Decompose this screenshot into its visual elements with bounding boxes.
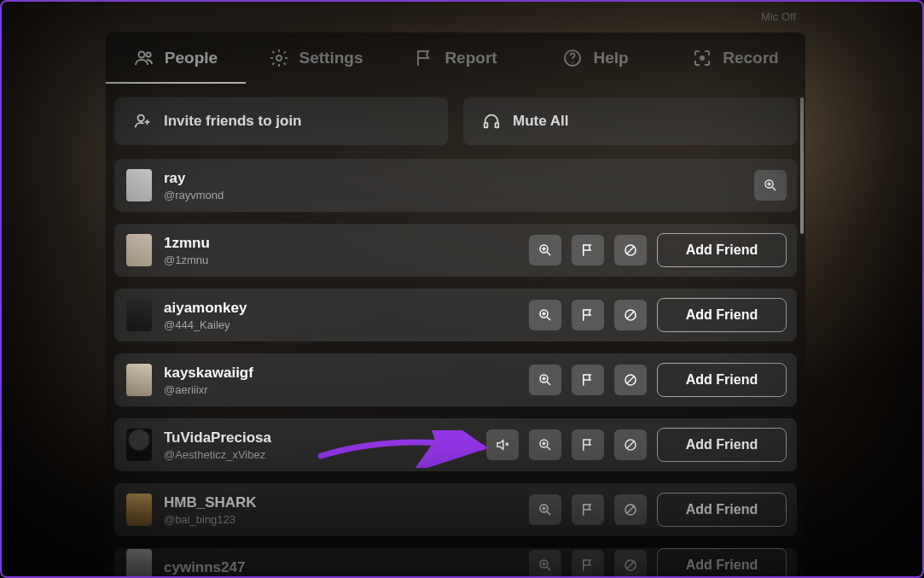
player-row: aiyamonkey @444_Kailey Add Friend — [114, 289, 797, 342]
flag-icon — [414, 48, 434, 68]
inspect-button[interactable] — [529, 429, 561, 460]
tab-help[interactable]: Help — [526, 32, 665, 84]
tab-people[interactable]: People — [106, 32, 246, 84]
block-button[interactable] — [614, 365, 647, 395]
svg-point-1 — [146, 52, 150, 56]
player-handle: @444_Kailey — [164, 318, 517, 331]
record-icon — [692, 48, 712, 68]
tab-label: Settings — [299, 49, 363, 67]
avatar — [126, 493, 152, 526]
people-icon — [134, 48, 154, 68]
player-display-name: TuVidaPreciosa — [164, 429, 474, 447]
player-display-name: 1zmnu — [164, 235, 517, 252]
player-handle: @1zmnu — [164, 254, 517, 266]
player-row-self: ray @rayvmond — [114, 159, 797, 212]
report-button[interactable] — [572, 550, 604, 578]
help-icon — [562, 48, 583, 68]
player-display-name: kayskawaiigf — [164, 365, 517, 382]
people-content: Invite friends to join Mute All ray @ray… — [106, 84, 805, 578]
add-friend-button[interactable]: Add Friend — [657, 298, 787, 332]
svg-point-0 — [138, 52, 144, 58]
add-friend-button[interactable]: Add Friend — [657, 493, 787, 527]
tab-record[interactable]: Record — [665, 32, 805, 84]
inspect-button[interactable] — [529, 365, 561, 395]
report-button[interactable] — [572, 429, 604, 460]
svg-point-4 — [572, 61, 574, 63]
add-friend-button[interactable]: Add Friend — [657, 428, 787, 462]
tab-settings[interactable]: Settings — [246, 32, 386, 84]
add-friend-button[interactable]: Add Friend — [657, 233, 787, 267]
report-button[interactable] — [572, 365, 604, 395]
player-row: 1zmnu @1zmnu Add Friend — [114, 224, 797, 277]
player-row: cywinns247 Add Friend — [114, 548, 797, 578]
invite-label: Invite friends to join — [164, 113, 302, 130]
mic-status: Mic Off — [761, 10, 796, 23]
player-display-name: ray — [164, 170, 742, 187]
avatar — [126, 364, 152, 396]
block-button[interactable] — [614, 550, 647, 578]
mute-all-label: Mute All — [513, 113, 568, 130]
inspect-button[interactable] — [529, 494, 561, 525]
tab-report[interactable]: Report — [386, 32, 526, 84]
player-handle: @Aestheticz_xVibez — [164, 448, 474, 461]
avatar — [126, 549, 152, 578]
player-display-name: cywinns247 — [164, 559, 517, 576]
player-handle: @aeriiixr — [164, 383, 517, 396]
inspect-button[interactable] — [529, 300, 561, 330]
inspect-button[interactable] — [529, 550, 561, 578]
svg-rect-8 — [496, 123, 499, 128]
tab-label: Help — [593, 49, 628, 67]
player-row: TuVidaPreciosa @Aestheticz_xVibez Add Fr… — [114, 418, 797, 471]
report-button[interactable] — [572, 300, 604, 330]
avatar — [126, 169, 152, 201]
player-row: kayskawaiigf @aeriiixr Add Friend — [114, 353, 797, 406]
mute-player-button[interactable] — [486, 429, 519, 460]
mute-all-button[interactable]: Mute All — [463, 97, 797, 145]
report-button[interactable] — [572, 494, 604, 525]
player-handle: @rayvmond — [164, 189, 742, 201]
block-button[interactable] — [614, 494, 647, 525]
avatar — [126, 234, 152, 266]
gear-icon — [269, 48, 289, 68]
tab-label: Record — [723, 49, 778, 67]
tab-label: People — [165, 49, 218, 67]
add-friend-button[interactable]: Add Friend — [657, 363, 787, 397]
inspect-button[interactable] — [754, 170, 787, 201]
action-row: Invite friends to join Mute All — [114, 97, 797, 145]
menu-panel: People Settings Report Help Record — [106, 32, 805, 578]
svg-point-5 — [700, 55, 705, 61]
headphones-icon — [482, 112, 501, 131]
block-button[interactable] — [614, 235, 647, 266]
menu-tabs: People Settings Report Help Record — [106, 32, 805, 84]
add-user-icon — [133, 112, 152, 131]
player-display-name: aiyamonkey — [164, 300, 517, 317]
report-button[interactable] — [572, 235, 604, 266]
invite-friends-button[interactable]: Invite friends to join — [114, 97, 448, 145]
avatar — [126, 299, 152, 331]
player-row: HMB_SHARK @bai_bing123 Add Friend — [114, 483, 797, 536]
avatar — [126, 429, 152, 461]
block-button[interactable] — [614, 429, 647, 460]
player-handle: @bai_bing123 — [164, 513, 517, 526]
add-friend-button[interactable]: Add Friend — [657, 548, 787, 578]
svg-point-6 — [138, 115, 144, 121]
tab-label: Report — [445, 49, 497, 67]
player-display-name: HMB_SHARK — [164, 494, 517, 511]
svg-point-2 — [276, 55, 282, 61]
player-list: ray @rayvmond 1zmnu @1zmnu — [114, 159, 797, 578]
inspect-button[interactable] — [529, 235, 561, 266]
svg-rect-7 — [485, 123, 488, 128]
block-button[interactable] — [614, 300, 647, 330]
scrollbar-thumb[interactable] — [800, 97, 804, 234]
